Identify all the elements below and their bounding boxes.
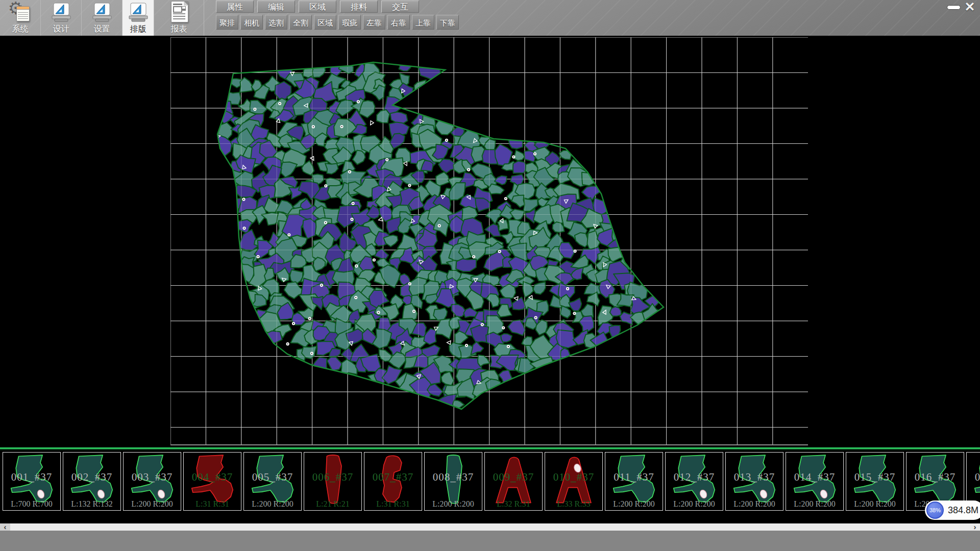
app-tile-1[interactable]: ⚙系统 <box>0 0 41 36</box>
report-doc-icon <box>168 2 190 23</box>
tool-button-7[interactable]: 左靠 <box>363 15 385 30</box>
menu-tab-row: 属性编辑区域排料交互 <box>216 1 423 13</box>
nesting-ruler-icon <box>127 2 150 23</box>
piece-lr-count: L:200 R:200 <box>244 499 301 509</box>
tool-button-8[interactable]: 右靠 <box>387 15 410 30</box>
app-tile-2[interactable]: 设计 <box>41 0 82 36</box>
piece-lr-count: L:32 R:31 <box>485 499 542 509</box>
scroll-right-arrow[interactable]: › <box>970 523 980 531</box>
piece-lr-count: L:132 R:132 <box>63 499 120 509</box>
piece-thumbnail-14[interactable]: 014_#37L:200 R:200 <box>786 452 844 511</box>
horizontal-scrollbar[interactable]: ‹ › <box>0 523 980 531</box>
piece-name: 014_#37 <box>786 471 843 484</box>
menu-tab-1[interactable]: 属性 <box>216 1 254 13</box>
piece-name: 005_#37 <box>244 471 301 484</box>
piece-thumbnail-8[interactable]: 008_#37L:200 R:200 <box>424 452 482 511</box>
usage-percent-badge: 38% <box>926 502 944 519</box>
thumbnail-separator-line-2 <box>0 449 980 450</box>
settings-ruler-icon <box>91 2 113 23</box>
minimize-icon <box>947 5 961 10</box>
nest-pieces <box>208 58 664 412</box>
scroll-left-arrow[interactable]: ‹ <box>0 523 10 531</box>
piece-name: 006_#37 <box>304 471 361 484</box>
memory-label: 384.8M <box>948 500 978 520</box>
tool-button-row: 聚排相机选割全割区域瑕疵左靠右靠上靠下靠 <box>216 15 461 30</box>
piece-lr-count: L:200 R:200 <box>726 499 783 509</box>
app-tile-4[interactable]: 排版 <box>122 0 154 36</box>
tool-button-2[interactable]: 相机 <box>240 15 263 30</box>
piece-lr-count: L:200 R:200 <box>605 499 663 509</box>
window-bottom-strip <box>0 531 980 551</box>
tool-button-3[interactable]: 选割 <box>265 15 287 30</box>
piece-thumbnail-5[interactable]: 005_#37L:200 R:200 <box>243 452 302 511</box>
piece-lr-count: L:200 R:200 <box>124 499 181 509</box>
menu-tab-2[interactable]: 编辑 <box>257 1 295 13</box>
set-square-icon <box>91 2 113 23</box>
piece-thumbnail-15[interactable]: 015_#37L:200 R:200 <box>846 452 904 511</box>
piece-thumbnail-10[interactable]: 010_#37L:33 R:33 <box>545 452 603 511</box>
piece-name: 013_#37 <box>726 471 783 484</box>
piece-lr-count: L:21 R:21 <box>304 499 361 509</box>
tool-button-1[interactable]: 聚排 <box>216 15 238 30</box>
toolbar: ⚙系统设计设置排版报表 属性编辑区域排料交互 聚排相机选割全割区域瑕疵左靠右靠上… <box>0 0 980 36</box>
piece-name: 011_#37 <box>605 471 663 484</box>
app-tile-5[interactable]: 报表 <box>154 0 204 36</box>
tool-button-6[interactable]: 瑕疵 <box>338 15 361 30</box>
piece-thumbnail-12[interactable]: 012_#37L:200 R:200 <box>665 452 723 511</box>
piece-thumbnail-2[interactable]: 002_#37L:132 R:132 <box>63 452 121 511</box>
piece-name: 004_#37 <box>184 471 241 484</box>
piece-lr-count: L:31 R:31 <box>364 499 422 509</box>
set-square-icon <box>50 2 72 23</box>
window-controls: ✕ <box>946 0 978 15</box>
piece-lr-count: L:31 R:31 <box>184 499 241 509</box>
system-gear-icon: ⚙ <box>9 2 32 23</box>
menu-tab-3[interactable]: 区域 <box>299 1 336 13</box>
app-tile-label: 系统 <box>12 24 29 34</box>
piece-name: 017_#37 <box>967 471 980 484</box>
piece-thumbnail-6[interactable]: 006_#37L:21 R:21 <box>304 452 362 511</box>
piece-name: 012_#37 <box>666 471 723 484</box>
tool-button-5[interactable]: 区域 <box>314 15 336 30</box>
piece-thumbnail-13[interactable]: 013_#37L:200 R:200 <box>725 452 783 511</box>
piece-name: 010_#37 <box>545 471 602 484</box>
tool-button-9[interactable]: 上靠 <box>412 15 434 30</box>
app-tile-label: 设置 <box>94 24 110 34</box>
app-tile-3[interactable]: 设置 <box>82 0 122 36</box>
tool-button-4[interactable]: 全割 <box>289 15 312 30</box>
piece-name: 002_#37 <box>63 471 120 484</box>
piece-name: 003_#37 <box>124 471 181 484</box>
app-mode-tiles: ⚙系统设计设置排版报表 <box>0 0 204 36</box>
piece-thumbnail-7[interactable]: 007_#37L:31 R:31 <box>364 452 422 511</box>
app-tile-label: 报表 <box>171 24 187 34</box>
design-ruler-icon <box>50 2 72 23</box>
piece-name: 016_#37 <box>906 471 964 484</box>
piece-lr-count: L:700 R:700 <box>3 499 60 509</box>
piece-name: 009_#37 <box>485 471 542 484</box>
minimize-button[interactable] <box>946 0 962 12</box>
thumbnail-separator-line <box>0 447 980 449</box>
piece-thumbnail-11[interactable]: 011_#37L:200 R:200 <box>605 452 663 511</box>
tool-button-10[interactable]: 下靠 <box>436 15 459 30</box>
piece-lr-count: L:200 R:200 <box>666 499 723 509</box>
piece-thumbnail-9[interactable]: 009_#37L:32 R:31 <box>484 452 543 511</box>
piece-lr-count: L:33 R:33 <box>545 499 602 509</box>
piece-name: 015_#37 <box>846 471 903 484</box>
app-tile-label: 排版 <box>130 24 146 34</box>
piece-thumbnail-3[interactable]: 003_#37L:200 R:200 <box>123 452 181 511</box>
piece-thumbnail-1[interactable]: 001_#37L:700 R:700 <box>3 452 61 511</box>
usage-status-pill: 38% 384.8M <box>925 500 980 520</box>
menu-tab-5[interactable]: 交互 <box>381 1 419 13</box>
piece-lr-count: L:200 R:200 <box>425 499 482 509</box>
nest-layout-svg <box>170 37 808 445</box>
piece-lr-count: L:200 R:200 <box>846 499 903 509</box>
piece-thumbnail-4[interactable]: 004_#37L:31 R:31 <box>183 452 241 511</box>
piece-name: 007_#37 <box>364 471 422 484</box>
menu-tab-4[interactable]: 排料 <box>340 1 378 13</box>
piece-name: 001_#37 <box>3 471 60 484</box>
app-tile-label: 设计 <box>53 24 69 34</box>
piece-lr-count: L:200 R:200 <box>786 499 843 509</box>
close-button[interactable]: ✕ <box>962 0 978 14</box>
piece-name: 008_#37 <box>425 471 482 484</box>
set-square-icon <box>127 2 150 23</box>
